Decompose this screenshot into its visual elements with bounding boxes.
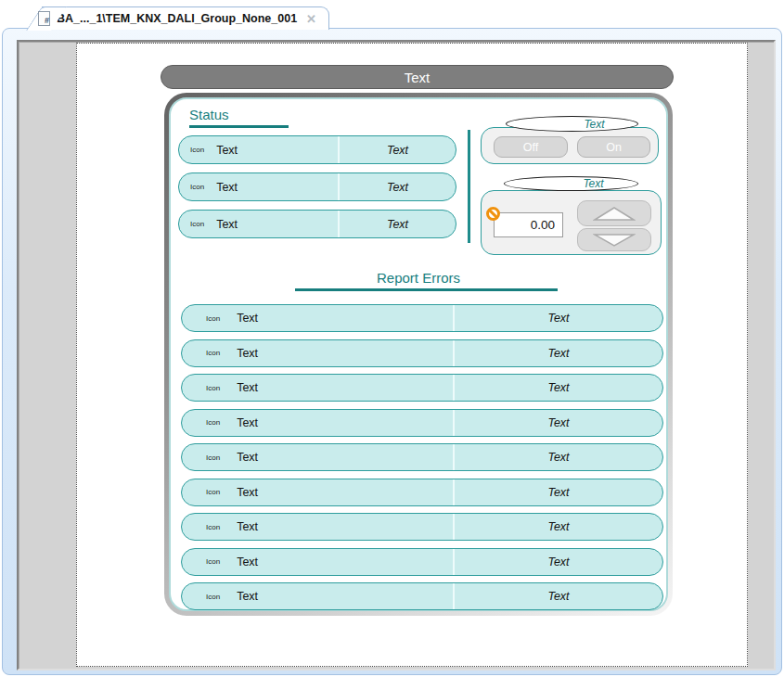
- report-errors-underline: [295, 288, 558, 291]
- row-icon-placeholder: Icon: [206, 418, 220, 427]
- row-label: Text: [216, 218, 238, 231]
- row-value: Text: [547, 416, 569, 429]
- row-label: Text: [237, 312, 258, 325]
- faceplate-title-bar: Text: [161, 65, 674, 89]
- faceplate-panel: Status Icon Text Text Icon Text Text Ico…: [164, 93, 673, 616]
- row-right-section: Text: [455, 305, 662, 331]
- faceplate-title-text: Text: [405, 70, 431, 85]
- design-canvas[interactable]: Text Status Icon Text Text Icon Text Tex…: [76, 43, 748, 667]
- switch-group-label: Text: [506, 116, 638, 132]
- off-button[interactable]: Off: [494, 136, 568, 158]
- status-pill-row: Icon Text Text: [181, 513, 663, 541]
- decrement-button[interactable]: [577, 228, 651, 251]
- row-right-section: Text: [455, 340, 662, 366]
- row-left-section: Icon Text: [182, 549, 455, 575]
- row-label: Text: [216, 144, 238, 157]
- status-pill-row: Icon Text Text: [181, 582, 663, 610]
- row-left-section: Icon Text: [182, 583, 455, 609]
- editor-workspace: Text Status Icon Text Text Icon Text Tex…: [17, 40, 776, 671]
- row-right-section: Text: [455, 549, 662, 575]
- status-pill-row: Icon Text Text: [181, 443, 663, 471]
- document-tab[interactable]: # BA_..._1\TEM_KNX_DALI_Group_None_001 ✕: [42, 6, 329, 30]
- status-pill-row: Icon Text Text: [181, 479, 663, 506]
- status-pill-row: Icon Text Text: [178, 210, 456, 238]
- row-value: Text: [387, 144, 408, 157]
- row-left-section: Icon Text: [179, 136, 340, 163]
- tab-close-icon[interactable]: ✕: [306, 12, 316, 26]
- value-group-label-text: Text: [583, 177, 603, 190]
- row-value: Text: [387, 218, 408, 231]
- row-icon-placeholder: Icon: [206, 384, 220, 392]
- row-value: Text: [547, 381, 569, 394]
- faceplate-panel-inner: Status Icon Text Text Icon Text Text Ico…: [169, 97, 668, 611]
- switch-group-label-text: Text: [584, 118, 604, 131]
- status-pill-row: Icon Text Text: [178, 135, 456, 164]
- row-value: Text: [547, 451, 569, 464]
- row-icon-placeholder: Icon: [206, 314, 220, 323]
- row-icon-placeholder: Icon: [206, 488, 220, 496]
- row-icon-placeholder: Icon: [190, 146, 204, 154]
- row-label: Text: [237, 486, 258, 499]
- row-left-section: Icon Text: [182, 375, 455, 401]
- status-row-list: Icon Text Text Icon Text Text Icon Text …: [178, 135, 456, 238]
- report-error-row-list: Icon Text Text Icon Text Text Icon Text …: [181, 304, 663, 610]
- on-button[interactable]: On: [577, 136, 650, 158]
- down-arrow-icon: [593, 233, 636, 248]
- row-label: Text: [237, 347, 258, 360]
- row-icon-placeholder: Icon: [206, 453, 220, 462]
- tab-title: BA_..._1\TEM_KNX_DALI_Group_None_001: [57, 12, 297, 25]
- row-icon-placeholder: Icon: [190, 220, 204, 228]
- row-icon-placeholder: Icon: [206, 557, 220, 566]
- row-value: Text: [547, 520, 569, 533]
- row-left-section: Icon Text: [182, 514, 455, 540]
- row-label: Text: [216, 181, 238, 194]
- row-value: Text: [547, 312, 569, 325]
- up-arrow-icon: [593, 206, 636, 222]
- row-right-section: Text: [455, 583, 662, 609]
- row-value: Text: [547, 556, 569, 568]
- row-right-section: Text: [455, 479, 662, 505]
- row-value: Text: [547, 347, 569, 360]
- row-label: Text: [237, 381, 258, 394]
- tab-bar: # BA_..._1\TEM_KNX_DALI_Group_None_001 ✕: [0, 0, 784, 29]
- row-right-section: Text: [455, 375, 662, 401]
- increment-button[interactable]: [577, 200, 651, 226]
- value-input[interactable]: [494, 212, 563, 237]
- row-left-section: Icon Text: [179, 173, 340, 200]
- switch-group: Off On: [481, 127, 659, 164]
- row-right-section: Text: [455, 514, 662, 540]
- row-icon-placeholder: Icon: [206, 349, 220, 357]
- row-right-section: Text: [340, 211, 456, 237]
- row-left-section: Icon Text: [179, 211, 340, 237]
- status-pill-row: Icon Text Text: [181, 374, 663, 402]
- row-value: Text: [547, 486, 569, 499]
- row-label: Text: [237, 556, 258, 568]
- report-errors-title: Report Errors: [171, 270, 666, 286]
- row-right-section: Text: [340, 136, 456, 163]
- status-underline: [189, 125, 289, 128]
- row-left-section: Icon Text: [182, 479, 455, 505]
- value-group-label: Text: [504, 176, 638, 191]
- row-label: Text: [237, 590, 258, 603]
- row-icon-placeholder: Icon: [190, 183, 204, 191]
- row-icon-placeholder: Icon: [206, 523, 220, 531]
- status-pill-row: Icon Text Text: [178, 172, 456, 201]
- row-label: Text: [237, 520, 258, 533]
- row-value: Text: [547, 590, 569, 603]
- row-left-section: Icon Text: [182, 340, 455, 366]
- document-hash-icon: #: [38, 11, 50, 26]
- row-label: Text: [237, 416, 258, 429]
- section-divider: [468, 130, 470, 243]
- row-right-section: Text: [340, 173, 456, 200]
- row-icon-placeholder: Icon: [206, 593, 220, 601]
- row-left-section: Icon Text: [182, 410, 455, 436]
- value-group: [481, 190, 662, 255]
- row-right-section: Text: [455, 444, 662, 470]
- no-entry-icon: [486, 207, 500, 221]
- status-pill-row: Icon Text Text: [181, 409, 663, 437]
- row-value: Text: [387, 181, 408, 194]
- status-pill-row: Icon Text Text: [181, 304, 663, 332]
- row-right-section: Text: [455, 410, 662, 436]
- row-label: Text: [237, 451, 258, 464]
- row-left-section: Icon Text: [182, 305, 455, 331]
